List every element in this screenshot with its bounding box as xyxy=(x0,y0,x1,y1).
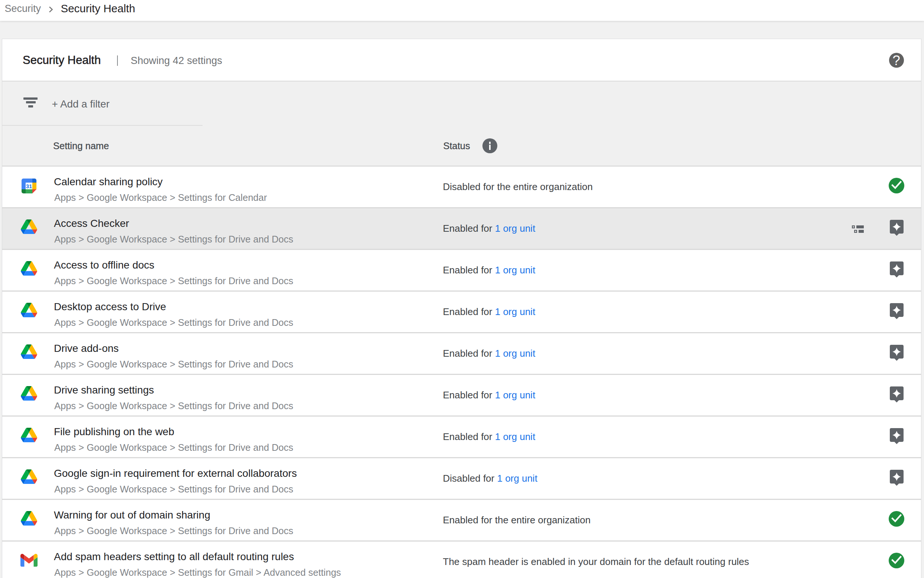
svg-text:31: 31 xyxy=(26,183,32,189)
